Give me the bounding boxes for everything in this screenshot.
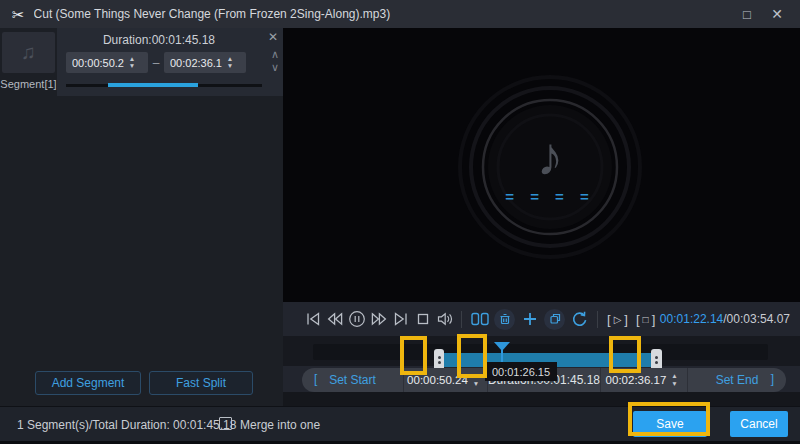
highlight-playhead <box>457 334 487 378</box>
segment-label: Segment[1] <box>0 78 57 90</box>
spinner-up-icon[interactable]: ▲ <box>671 373 677 380</box>
highlight-trim-start <box>400 336 427 375</box>
cut-dialog: ✂ Cut (Some Things Never Change (From Fr… <box>0 0 800 444</box>
play-icon: ▷ <box>614 314 622 325</box>
player-controls: [▷] [□] 00:01:22.14/00:03:54.07 [ Set St… <box>283 302 800 406</box>
merge-checkbox[interactable] <box>219 417 232 430</box>
bracket-left: [ <box>314 372 317 386</box>
highlight-save-button <box>628 402 710 436</box>
segment-end-input[interactable] <box>164 57 222 69</box>
spinner-down-icon[interactable]: ▼ <box>671 381 677 388</box>
end-time-spinner[interactable]: ▲ ▼ <box>666 373 682 387</box>
segment-start-spinner[interactable]: ▲ ▼ <box>124 56 140 70</box>
stop-segment-button[interactable]: [□] <box>636 312 655 327</box>
controls-bottom-strip <box>283 392 800 406</box>
bracket-right: ] <box>771 372 774 386</box>
time-display: 00:01:22.14/00:03:54.07 <box>660 312 800 326</box>
cancel-button[interactable]: Cancel <box>730 411 788 437</box>
preview-segment-button[interactable]: [▷] <box>607 312 628 327</box>
scissors-icon: ✂ <box>12 7 25 22</box>
music-note-icon: ♫ <box>21 41 36 64</box>
spinner-down-icon[interactable]: ▼ <box>129 63 135 70</box>
title-bar: ✂ Cut (Some Things Never Change (From Fr… <box>0 0 800 28</box>
window-title: Cut (Some Things Never Change (From Froz… <box>34 7 732 21</box>
total-time: /00:03:54.07 <box>723 312 790 326</box>
segment-mini-range <box>108 83 198 87</box>
maximize-button[interactable]: □ <box>732 1 762 27</box>
delete-segment-icon[interactable]: ✕ <box>268 30 278 44</box>
segment-start-input[interactable] <box>66 57 124 69</box>
segment-start-field[interactable]: ▲ ▼ <box>66 52 148 73</box>
delete-clip-button[interactable] <box>492 307 517 331</box>
chevron-down-icon[interactable]: ∨ <box>271 62 279 73</box>
segment-end-field[interactable]: ▲ ▼ <box>164 52 246 73</box>
add-clip-button[interactable] <box>517 307 542 331</box>
segment-thumbnail[interactable]: ♫ <box>2 32 55 73</box>
music-note-icon: ♪ <box>500 126 600 186</box>
copy-clip-button[interactable] <box>542 307 567 331</box>
range-dash: – <box>148 52 164 73</box>
add-segment-button[interactable]: Add Segment <box>35 371 141 395</box>
timeline-track[interactable] <box>313 344 768 360</box>
stop-button[interactable] <box>412 307 434 331</box>
skip-end-button[interactable] <box>390 307 412 331</box>
frame-forward-button[interactable] <box>368 307 390 331</box>
audio-preview-area: ♪ = = = = <box>283 28 800 302</box>
fast-split-button[interactable]: Fast Split <box>149 371 253 395</box>
set-start-section: [ Set Start <box>302 368 403 392</box>
bracket-right: ] <box>652 312 656 327</box>
spinner-down-icon[interactable]: ▼ <box>473 381 479 388</box>
set-end-section: Set End ] <box>687 368 786 392</box>
segment-editor-card: Duration:00:01:45.18 ✕ ∧ ∨ ▲ ▼ – ▲ ▼ <box>57 28 283 96</box>
volume-button[interactable] <box>434 307 456 331</box>
close-button[interactable]: ✕ <box>762 1 792 27</box>
segment-list-panel: ♫ Segment[1] Duration:00:01:45.18 ✕ ∧ ∨ … <box>0 28 283 406</box>
segment-end-spinner[interactable]: ▲ ▼ <box>222 56 238 70</box>
reset-button[interactable] <box>567 307 592 331</box>
set-end-button[interactable]: Set End <box>716 373 759 387</box>
playhead-tooltip: 00:01:26.15 <box>485 362 557 381</box>
end-time-value[interactable]: 00:02:36.17 <box>606 374 667 386</box>
transport-row: [▷] [□] 00:01:22.14/00:03:54.07 <box>283 302 800 336</box>
skip-back-button[interactable] <box>302 307 324 331</box>
highlight-trim-end <box>609 336 641 373</box>
segment-duration-label: Duration:00:01:45.18 <box>57 33 261 47</box>
bracket-left: [ <box>607 312 611 327</box>
bracket-left: [ <box>636 312 640 327</box>
bracket-right: ] <box>624 312 628 327</box>
pause-button[interactable] <box>346 307 368 331</box>
chevron-up-icon[interactable]: ∧ <box>271 49 279 60</box>
split-clip-button[interactable] <box>467 307 492 331</box>
rewind-button[interactable] <box>324 307 346 331</box>
merge-checkbox-label[interactable]: Merge into one <box>240 418 320 432</box>
stop-icon: □ <box>643 314 649 325</box>
segments-summary: 1 Segment(s)/Total Duration: 00:01:45.18 <box>17 418 236 432</box>
divider <box>461 311 462 328</box>
set-start-button[interactable]: Set Start <box>329 373 376 387</box>
spinner-down-icon[interactable]: ▼ <box>227 63 233 70</box>
current-time: 00:01:22.14 <box>660 312 723 326</box>
equalizer-bars-icon: = = = = <box>490 188 610 205</box>
divider <box>597 311 598 328</box>
playhead-marker[interactable] <box>494 342 510 351</box>
